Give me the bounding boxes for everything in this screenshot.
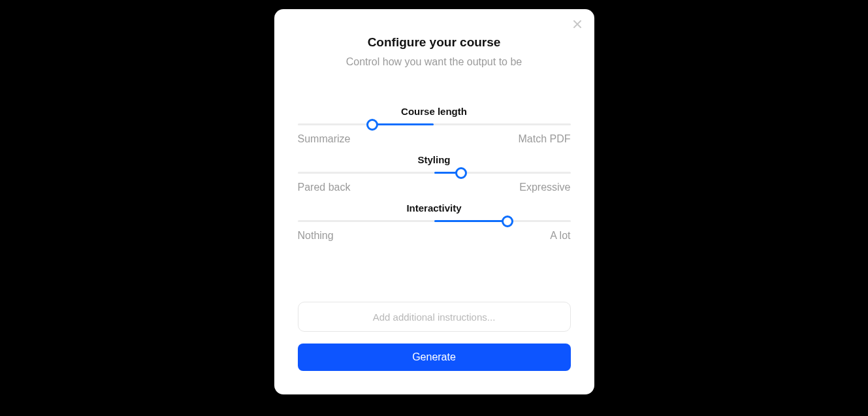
generate-button[interactable]: Generate xyxy=(298,344,571,371)
modal-subtitle: Control how you want the output to be xyxy=(298,56,571,68)
configure-course-modal: Configure your course Control how you wa… xyxy=(274,9,594,394)
slider-course-length: Course length Summarize Match PDF xyxy=(298,106,571,145)
slider-left-course-length: Summarize xyxy=(298,133,351,145)
sliders-section: Course length Summarize Match PDF Stylin… xyxy=(298,106,571,242)
slider-interactivity: Interactivity Nothing A lot xyxy=(298,202,571,242)
slider-right-course-length: Match PDF xyxy=(518,133,570,145)
slider-ends-styling: Pared back Expressive xyxy=(298,182,571,193)
close-icon xyxy=(573,20,581,30)
slider-label-course-length: Course length xyxy=(298,106,571,117)
slider-left-styling: Pared back xyxy=(298,182,351,193)
slider-track-interactivity[interactable] xyxy=(298,220,571,222)
slider-right-interactivity: A lot xyxy=(550,230,570,242)
slider-ends-interactivity: Nothing A lot xyxy=(298,230,571,242)
slider-styling: Styling Pared back Expressive xyxy=(298,154,571,193)
slider-left-interactivity: Nothing xyxy=(298,230,334,242)
slider-label-interactivity: Interactivity xyxy=(298,202,571,214)
additional-instructions-input[interactable] xyxy=(298,302,571,332)
slider-label-styling: Styling xyxy=(298,154,571,165)
slider-fill-interactivity xyxy=(434,220,508,222)
slider-track-styling[interactable] xyxy=(298,172,571,174)
slider-thumb-course-length[interactable] xyxy=(366,119,378,131)
slider-thumb-interactivity[interactable] xyxy=(502,216,513,227)
slider-track-course-length[interactable] xyxy=(298,123,571,125)
slider-thumb-styling[interactable] xyxy=(455,167,467,179)
modal-title: Configure your course xyxy=(298,35,571,50)
slider-right-styling: Expressive xyxy=(519,182,570,193)
slider-fill-course-length xyxy=(372,123,434,125)
close-button[interactable] xyxy=(571,18,584,31)
slider-ends-course-length: Summarize Match PDF xyxy=(298,133,571,145)
